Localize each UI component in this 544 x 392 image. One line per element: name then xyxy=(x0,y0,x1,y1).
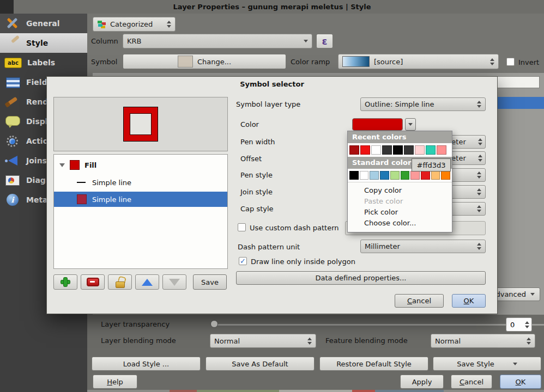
color-swatch[interactable] xyxy=(349,145,359,155)
transparency-spinbox[interactable]: 0 xyxy=(506,317,532,332)
use-custom-dash-checkbox[interactable] xyxy=(238,223,246,231)
color-swatch[interactable] xyxy=(390,171,400,180)
symbol-layer-type-select[interactable]: Outline: Simple line xyxy=(360,97,486,111)
tree-row-simple-line-1[interactable]: Simple line xyxy=(54,175,227,189)
color-swatch[interactable] xyxy=(441,171,450,180)
sidebar-item-style[interactable]: Style xyxy=(0,33,87,53)
up-arrow-icon xyxy=(142,279,153,286)
offset-label: Offset xyxy=(240,155,262,163)
color-swatch[interactable] xyxy=(415,145,425,155)
apply-button[interactable]: Apply xyxy=(400,375,444,389)
minus-icon xyxy=(87,278,99,286)
color-swatch[interactable] xyxy=(360,171,369,180)
sidebar-item-labels[interactable]: Labels xyxy=(0,53,87,72)
dialog-cancel-button[interactable]: Cancel xyxy=(395,294,444,308)
help-button[interactable]: Help xyxy=(93,375,137,389)
layer-blending-select[interactable]: Normal xyxy=(210,334,316,348)
spinner-arrows-icon xyxy=(474,101,481,108)
plus-icon xyxy=(60,277,71,287)
color-swatch[interactable] xyxy=(349,171,359,180)
tree-row-fill[interactable]: Fill xyxy=(54,158,227,172)
transparency-slider[interactable] xyxy=(213,324,544,326)
slider-handle[interactable] xyxy=(210,320,218,328)
color-swatch[interactable] xyxy=(404,145,414,155)
color-swatch[interactable] xyxy=(437,145,446,155)
symbol-layer-type-label: Symbol layer type xyxy=(236,100,300,108)
lock-layer-button[interactable] xyxy=(108,274,132,290)
speech-bubble-icon xyxy=(4,114,21,128)
ok-button[interactable]: OK xyxy=(500,375,541,389)
save-style-button[interactable]: Save Style xyxy=(433,357,541,371)
tree-row-simple-line-2[interactable]: Simple line xyxy=(54,192,227,207)
recent-colors-header: Recent colors xyxy=(348,131,452,143)
chevron-down-icon xyxy=(530,293,535,296)
info-icon xyxy=(7,194,19,206)
color-swatch[interactable] xyxy=(431,171,440,180)
color-swatch[interactable] xyxy=(426,145,436,155)
column-select[interactable]: KRB xyxy=(123,34,312,48)
color-swatch[interactable] xyxy=(360,145,370,155)
symbol-preview xyxy=(53,97,228,151)
title-bar-corner xyxy=(0,0,14,14)
categorized-icon xyxy=(97,20,107,29)
save-symbol-button[interactable]: Save xyxy=(193,274,227,290)
restore-default-style-button[interactable]: Restore Default Style xyxy=(319,357,428,371)
lock-icon xyxy=(114,277,126,288)
symbol-layer-tree: Fill Simple line Simple line xyxy=(53,154,228,269)
use-custom-dash-label: Use custom dash pattern xyxy=(250,224,339,232)
renderer-select[interactable]: Categorized xyxy=(93,17,176,32)
title-bar: Layer Properties – gunung merapi meletus… xyxy=(0,0,544,14)
color-swatch[interactable] xyxy=(401,171,410,180)
cancel-button[interactable]: Cancel xyxy=(451,375,492,389)
change-symbol-button[interactable]: Change... xyxy=(123,54,286,69)
menu-item-pick-color[interactable]: Pick color xyxy=(348,206,452,217)
move-up-button[interactable] xyxy=(135,274,159,290)
spinner-arrows-icon xyxy=(474,188,481,195)
sidebar-item-label: General xyxy=(26,19,60,28)
draw-inside-label: Draw line only inside polygon xyxy=(251,258,355,266)
color-button[interactable] xyxy=(352,118,403,131)
color-ramp-select[interactable]: [source] xyxy=(338,54,499,69)
symbol-preview-square xyxy=(123,107,158,142)
sidebar-item-label: Joins xyxy=(26,156,47,165)
color-tooltip: #ffd3d3 xyxy=(412,158,451,171)
expression-button[interactable]: ε xyxy=(316,34,333,48)
layer-blending-label: Layer blending mode xyxy=(101,336,176,345)
cap-style-label: Cap style xyxy=(240,205,274,213)
feature-blending-select[interactable]: Normal xyxy=(431,334,535,348)
color-dropdown-button[interactable] xyxy=(405,118,416,131)
data-defined-properties-button[interactable]: Data defined properties... xyxy=(236,271,486,285)
color-swatch[interactable] xyxy=(421,171,430,180)
draw-inside-checkbox[interactable]: ✓ xyxy=(239,257,247,265)
spinner-arrows-icon xyxy=(164,21,171,28)
move-down-button[interactable] xyxy=(162,274,186,290)
epsilon-icon: ε xyxy=(322,35,327,47)
menu-item-paste-color: Paste color xyxy=(348,195,452,206)
load-style-button[interactable]: Load Style ... xyxy=(92,357,201,371)
chevron-down-icon xyxy=(513,363,517,365)
invert-checkbox[interactable] xyxy=(506,58,515,66)
color-dropdown-menu: Recent colors Standard colors Copy color… xyxy=(347,131,452,232)
color-swatch[interactable] xyxy=(393,145,403,155)
dialog-ok-button[interactable]: OK xyxy=(452,294,486,308)
down-arrow-icon xyxy=(169,279,180,286)
menu-item-copy-color[interactable]: Copy color xyxy=(348,185,452,195)
color-ramp-value: [source] xyxy=(374,58,403,66)
dash-pattern-unit-select[interactable]: Millimeter xyxy=(360,240,486,253)
color-swatch[interactable] xyxy=(371,145,381,155)
color-swatch[interactable] xyxy=(410,171,420,180)
menu-item-choose-color[interactable]: Choose color... xyxy=(348,217,452,228)
transparency-label: Layer transparency xyxy=(101,320,170,328)
column-label: Column xyxy=(91,37,118,45)
expander-icon[interactable] xyxy=(59,163,65,167)
background-map-sliver xyxy=(87,390,544,392)
sidebar-item-general[interactable]: General xyxy=(0,14,87,33)
window-title: Layer Properties – gunung merapi meletus… xyxy=(173,3,371,11)
save-as-default-button[interactable]: Save As Default xyxy=(205,357,315,371)
remove-layer-button[interactable] xyxy=(81,274,105,290)
line-swatch xyxy=(77,194,87,204)
color-swatch[interactable] xyxy=(382,145,392,155)
color-swatch[interactable] xyxy=(370,171,379,180)
color-swatch[interactable] xyxy=(380,171,389,180)
add-layer-button[interactable] xyxy=(53,274,77,290)
